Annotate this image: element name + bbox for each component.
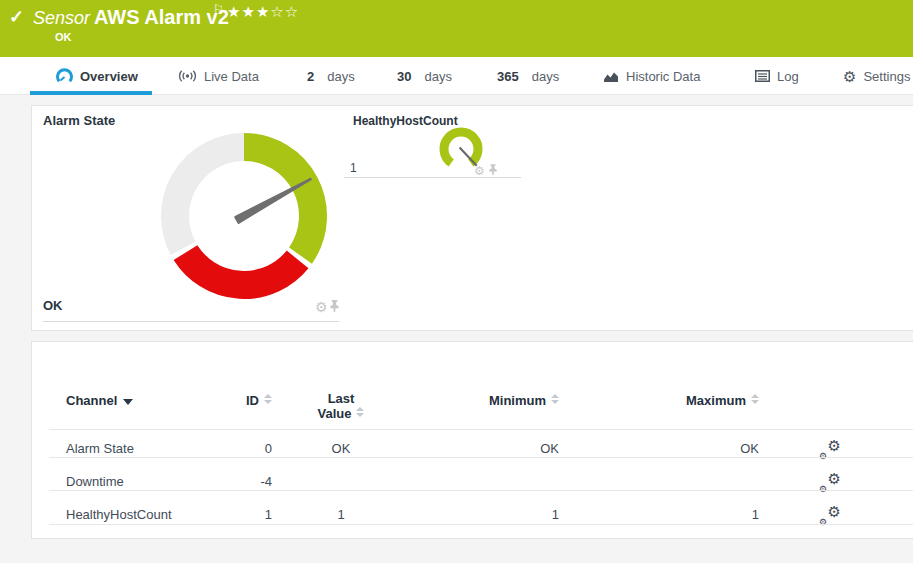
tab-settings-label: Settings — [863, 69, 910, 84]
cell-id: 1 — [172, 507, 272, 522]
sensor-type-label: Sensor — [33, 8, 90, 29]
tab-live-data[interactable]: Live Data — [178, 57, 259, 95]
stars-filled: ★★★ — [227, 3, 270, 20]
row-divider — [49, 524, 913, 525]
tab-log[interactable]: Log — [755, 57, 799, 95]
tab-365-days-number: 365 — [497, 69, 519, 84]
tab-overview-label: Overview — [80, 69, 138, 84]
cell-channel[interactable]: Downtime — [66, 474, 124, 489]
tab-2-days-number: 2 — [307, 69, 314, 84]
settings-gear-icon: ⚙ — [843, 69, 856, 84]
secondary-gauge-pin-icon[interactable] — [488, 164, 498, 176]
column-header-id[interactable]: ID — [172, 393, 272, 408]
secondary-gauge-underline — [344, 177, 521, 178]
primary-gauge-underline — [43, 321, 339, 322]
column-header-minimum-label: Minimum — [489, 393, 546, 408]
sort-arrows-icon — [356, 407, 364, 417]
primary-gauge-title: Alarm State — [43, 113, 115, 128]
column-header-maximum-label: Maximum — [686, 393, 746, 408]
column-header-channel-label: Channel — [66, 393, 117, 408]
column-header-last-value[interactable]: Last Value — [271, 391, 411, 421]
secondary-gauge-gear-icon[interactable]: ⚙ — [474, 164, 485, 178]
cell-minimum: 1 — [421, 507, 559, 522]
cell-last-value: 1 — [271, 507, 411, 522]
tab-bar: Overview Live Data 2 days 30 days 365 da… — [0, 57, 913, 95]
column-header-maximum[interactable]: Maximum — [621, 393, 759, 408]
cell-maximum: 1 — [621, 507, 759, 522]
tab-2-days-unit: days — [327, 69, 354, 84]
primary-gauge-pin-icon[interactable] — [329, 300, 340, 313]
alarm-state-gauge — [151, 124, 341, 314]
tab-live-data-label: Live Data — [204, 69, 259, 84]
tab-log-label: Log — [777, 69, 799, 84]
tab-historic-data[interactable]: Historic Data — [603, 57, 700, 95]
flag-icon[interactable]: ⚐ — [213, 2, 224, 16]
sensor-status-text: OK — [55, 31, 72, 43]
tab-30-days-number: 30 — [397, 69, 411, 84]
historic-chart-icon — [603, 70, 619, 83]
tab-365-days-unit: days — [532, 69, 559, 84]
live-signal-icon — [178, 69, 197, 83]
tab-2-days[interactable]: 2 days — [307, 57, 355, 95]
active-tab-underline — [30, 91, 152, 95]
tab-365-days[interactable]: 365 days — [497, 57, 559, 95]
cell-id: -4 — [172, 474, 272, 489]
column-header-minimum[interactable]: Minimum — [421, 393, 559, 408]
table-header-divider — [49, 429, 913, 430]
stars-empty: ☆☆ — [270, 3, 299, 20]
channel-settings-gears-icon[interactable]: ⚙⚙ — [819, 506, 841, 524]
tab-overview[interactable]: Overview — [56, 57, 138, 95]
column-header-last-label: Last — [328, 391, 355, 406]
gauge-icon — [56, 68, 73, 85]
tab-settings[interactable]: ⚙ Settings — [843, 57, 910, 95]
cell-channel[interactable]: HealthyHostCount — [66, 507, 172, 522]
tab-30-days-unit: days — [424, 69, 451, 84]
sort-arrows-icon — [551, 394, 559, 404]
column-header-id-label: ID — [246, 393, 259, 408]
log-list-icon — [755, 70, 770, 82]
overview-gauges-card: Alarm State OK ⚙ HealthyHostCount 1 ⚙ — [31, 105, 913, 331]
primary-gauge-gear-icon[interactable]: ⚙ — [315, 300, 328, 314]
priority-stars[interactable]: ★★★☆☆ — [227, 3, 299, 21]
row-divider — [49, 457, 913, 458]
tab-30-days[interactable]: 30 days — [397, 57, 452, 95]
sort-caret-down-icon — [123, 399, 133, 405]
sort-arrows-icon — [751, 394, 759, 404]
status-check-icon: ✓ — [9, 6, 24, 28]
tab-historic-data-label: Historic Data — [626, 69, 700, 84]
cell-maximum: OK — [621, 441, 759, 456]
column-header-channel[interactable]: Channel — [66, 393, 133, 408]
sensor-name: AWS Alarm v2 — [94, 6, 229, 29]
primary-gauge-status: OK — [43, 298, 63, 313]
channel-table-card: Channel ID Last Value Minimum Maximum Al… — [31, 341, 913, 539]
row-divider — [49, 490, 913, 491]
channel-settings-gears-icon[interactable]: ⚙⚙ — [819, 473, 841, 491]
channel-settings-gears-icon[interactable]: ⚙⚙ — [819, 440, 841, 458]
secondary-gauge-value: 1 — [350, 161, 357, 175]
sensor-header-bar: ✓ Sensor AWS Alarm v2 ⚐ ★★★☆☆ OK — [0, 0, 913, 57]
cell-minimum: OK — [421, 441, 559, 456]
column-header-value-label: Value — [318, 406, 352, 421]
cell-channel[interactable]: Alarm State — [66, 441, 134, 456]
cell-id: 0 — [172, 441, 272, 456]
cell-last-value: OK — [271, 441, 411, 456]
